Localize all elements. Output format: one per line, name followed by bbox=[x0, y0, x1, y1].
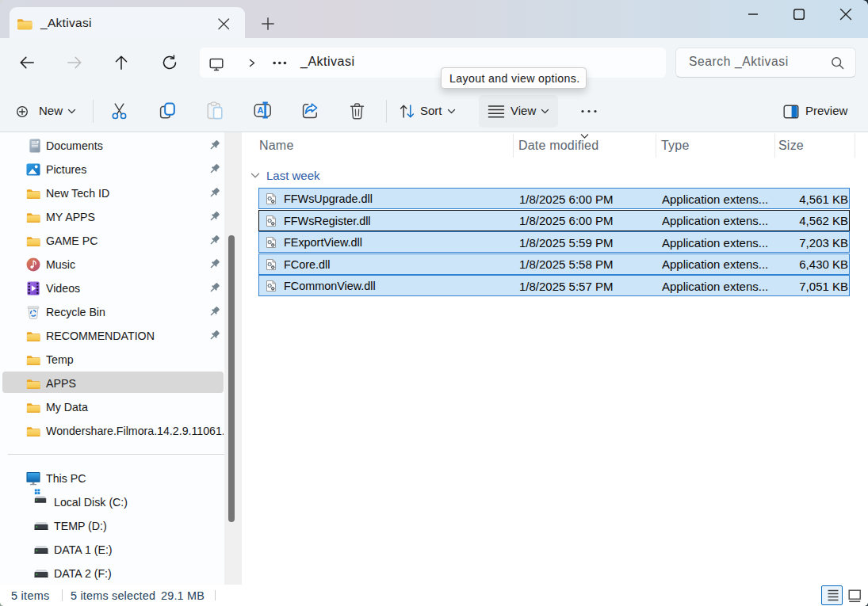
svg-text:A: A bbox=[258, 105, 264, 115]
